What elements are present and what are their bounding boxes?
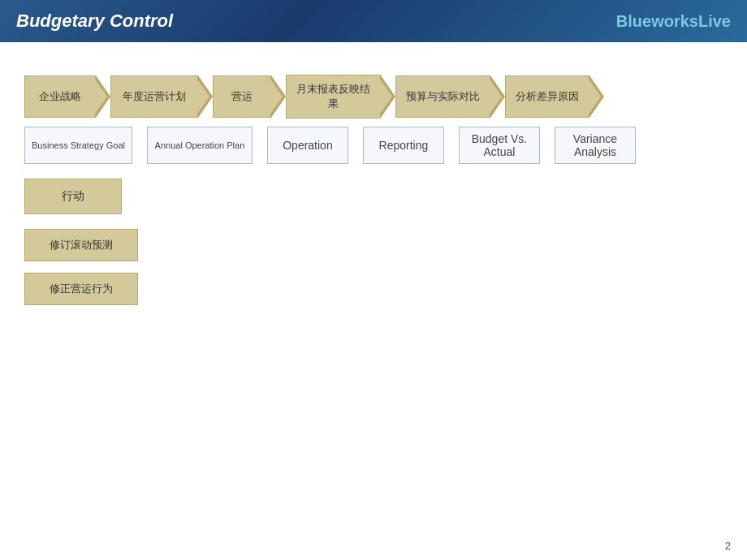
step4-label: 月末报表反映结 果 (296, 82, 370, 111)
subtitle-box-step4[interactable]: Reporting (363, 127, 444, 164)
step6-label: 分析差异原因 (516, 89, 579, 104)
step5-label: 预算与实际对比 (406, 89, 480, 104)
logo-part1: Blueworks (616, 12, 698, 30)
arrow-3 (271, 75, 286, 118)
sub-action-2[interactable]: 修正营运行为 (24, 273, 138, 305)
arrow-1 (96, 75, 110, 118)
header: Budgetary Control BlueworksLive (0, 0, 747, 42)
step1-label: 企业战略 (35, 89, 85, 104)
subtitle3-label: Operation (283, 139, 332, 152)
action-title-label: 行动 (62, 189, 84, 204)
subtitle-spacer-6 (636, 127, 650, 164)
sub-actions: 修订滚动预测 修正营运行为 (24, 229, 723, 317)
subtitle-box-step6[interactable]: Variance Analysis (555, 127, 636, 164)
process-box-step2[interactable]: 年度运营计划 (110, 75, 198, 118)
action-section: 行动 修订滚动预测 修正营运行为 (24, 179, 723, 317)
subtitle1-label: Business Strategy Goal (32, 140, 125, 150)
subtitle-spacer-1 (132, 127, 147, 164)
subtitle-spacer-5 (540, 127, 555, 164)
process-flow: 企业战略 年度运营计划 营运 月末报表反映结 果 预算与实际对比 分析差异原因 (24, 75, 723, 118)
arrow-6 (589, 75, 604, 118)
logo-part2: Live (698, 12, 731, 30)
subtitle4-label: Reporting (379, 139, 429, 152)
subtitle-box-step5[interactable]: Budget Vs. Actual (459, 127, 540, 164)
sub-action-1-label: 修订滚动预测 (50, 238, 113, 252)
arrow-4 (381, 75, 395, 118)
subtitle-spacer-4 (444, 127, 459, 164)
sub-action-1[interactable]: 修订滚动预测 (24, 229, 138, 261)
action-title-box[interactable]: 行动 (24, 179, 122, 214)
subtitle5-label: Budget Vs. Actual (472, 132, 528, 158)
subtitle-spacer-2 (253, 127, 267, 164)
subtitle-row: Business Strategy Goal Annual Operation … (24, 127, 723, 164)
step3-label: 营运 (223, 89, 261, 104)
process-box-step3[interactable]: 营运 (213, 75, 271, 118)
arrow-5 (490, 75, 505, 118)
sub-action-2-label: 修正营运行为 (50, 282, 113, 296)
subtitle-spacer-3 (348, 127, 363, 164)
subtitle-box-step3[interactable]: Operation (267, 127, 348, 164)
process-box-step5[interactable]: 预算与实际对比 (395, 75, 490, 118)
page-number: 2 (725, 540, 731, 552)
subtitle6-label: Variance Analysis (573, 132, 617, 158)
header-title: Budgetary Control (16, 11, 173, 32)
subtitle-box-step1[interactable]: Business Strategy Goal (24, 127, 132, 164)
process-box-step6[interactable]: 分析差异原因 (505, 75, 589, 118)
process-box-step4[interactable]: 月末报表反映结 果 (286, 75, 381, 118)
main-content: 企业战略 年度运营计划 营运 月末报表反映结 果 预算与实际对比 分析差异原因 (0, 42, 747, 560)
subtitle-box-step2[interactable]: Annual Operation Plan (147, 127, 253, 164)
process-box-step1[interactable]: 企业战略 (24, 75, 96, 118)
arrow-2 (198, 75, 213, 118)
header-logo: BlueworksLive (616, 12, 731, 31)
subtitle2-label: Annual Operation Plan (155, 140, 245, 150)
step2-label: 年度运营计划 (121, 89, 188, 104)
